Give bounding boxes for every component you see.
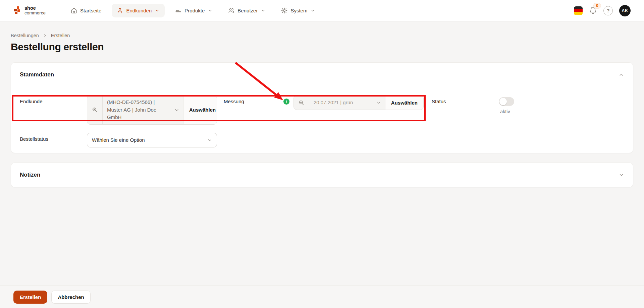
form-row-main: Endkunde (MHO-DE-0754566) | Muster AG | …	[20, 95, 624, 125]
messung-auswaehlen-button[interactable]: Auswählen	[385, 96, 423, 110]
bestellstatus-label: Bestellstatus	[20, 133, 87, 142]
page-content: Bestellungen Erstellen Bestellung erstel…	[0, 21, 644, 286]
chevron-down-icon[interactable]	[619, 172, 624, 178]
messung-label: Messung	[224, 95, 283, 104]
main-menu: Startseite Endkunden Produkte Benutzer	[66, 4, 320, 17]
nav-item-produkte[interactable]: Produkte	[170, 4, 218, 17]
chevron-down-icon	[376, 100, 381, 105]
chevron-down-icon	[261, 8, 266, 13]
notizen-title: Notizen	[20, 172, 40, 178]
nav-item-benutzer[interactable]: Benutzer	[223, 4, 271, 17]
nav-item-label: Produkte	[184, 8, 205, 13]
nav-item-label: Startseite	[80, 8, 101, 13]
notification-count-badge: 0	[593, 3, 601, 9]
endkunde-field: Endkunde (MHO-DE-0754566) | Muster AG | …	[20, 95, 217, 125]
chevron-down-icon	[208, 8, 213, 13]
nav-item-endkunden[interactable]: Endkunden	[112, 4, 165, 17]
home-icon	[71, 7, 77, 14]
gear-icon	[281, 7, 287, 14]
endkunde-auswaehlen-button[interactable]: Auswählen	[183, 96, 217, 124]
stammdaten-card-header[interactable]: Stammdaten	[11, 63, 633, 87]
messung-selected-value: 20.07.2021 | grün	[314, 99, 353, 107]
avatar[interactable]: AK	[619, 5, 631, 16]
messung-select-group[interactable]: 20.07.2021 | grün Auswählen	[293, 95, 424, 110]
zoom-in-icon	[87, 96, 103, 124]
language-flag-german[interactable]	[574, 6, 583, 15]
bestellstatus-select[interactable]: Wählen Sie eine Option	[87, 133, 217, 147]
brand-logo-icon	[13, 6, 21, 15]
breadcrumb-erstellen[interactable]: Erstellen	[51, 33, 70, 38]
chevron-up-icon[interactable]	[619, 72, 624, 78]
chevron-down-icon	[207, 137, 212, 143]
users-icon	[228, 7, 234, 14]
page-title: Bestellung erstellen	[11, 41, 633, 53]
notifications-button[interactable]: 0	[589, 5, 597, 16]
erstellen-button[interactable]: Erstellen	[13, 291, 47, 304]
status-toggle[interactable]	[499, 97, 514, 106]
nav-item-system[interactable]: System	[276, 4, 320, 17]
endkunde-selected-value: (MHO-DE-0754566) | Muster AG | John Doe …	[107, 99, 171, 121]
stammdaten-title: Stammdaten	[20, 71, 54, 78]
avatar-initials: AK	[622, 8, 628, 13]
chevron-right-icon	[43, 33, 47, 38]
brand-name-bottom: commerce	[24, 11, 46, 15]
brand-name-top: shoe	[24, 6, 46, 11]
notizen-card-header[interactable]: Notizen	[11, 163, 633, 187]
messung-field: Messung i 20.07.2021 | grün Ausw	[224, 95, 424, 110]
top-navigation: shoe commerce Startseite Endkunden Produ…	[0, 0, 644, 21]
nav-right-cluster: 0 ? AK	[574, 5, 631, 16]
bestellstatus-field: Bestellstatus Wählen Sie eine Option	[20, 133, 217, 147]
bestellstatus-placeholder: Wählen Sie eine Option	[92, 137, 145, 143]
chevron-down-icon	[310, 8, 315, 13]
endkunde-select[interactable]: (MHO-DE-0754566) | Muster AG | John Doe …	[103, 96, 183, 124]
nav-item-startseite[interactable]: Startseite	[66, 4, 106, 17]
nav-item-label: Benutzer	[237, 8, 258, 13]
breadcrumb-bestellungen[interactable]: Bestellungen	[11, 33, 39, 38]
stammdaten-card: Stammdaten Endkunde (MHO-DE-0754566) | M…	[11, 62, 633, 153]
nav-item-label: Endkunden	[126, 8, 152, 13]
status-state-label: aktiv	[500, 109, 514, 114]
toggle-knob	[499, 98, 507, 105]
help-button[interactable]: ?	[603, 6, 613, 15]
endkunde-select-group[interactable]: (MHO-DE-0754566) | Muster AG | John Doe …	[87, 95, 217, 125]
chevron-down-icon	[155, 8, 160, 13]
chevron-down-icon	[174, 107, 179, 113]
user-icon	[117, 7, 123, 14]
zoom-in-icon	[294, 96, 309, 110]
brand-logo[interactable]: shoe commerce	[13, 6, 46, 15]
status-label: Status	[432, 95, 499, 104]
breadcrumb: Bestellungen Erstellen	[11, 33, 633, 38]
shoe-icon	[175, 7, 181, 14]
stammdaten-card-body: Endkunde (MHO-DE-0754566) | Muster AG | …	[11, 87, 633, 153]
action-footer: Erstellen Abbrechen	[0, 286, 644, 308]
form-row-bestellstatus: Bestellstatus Wählen Sie eine Option	[20, 133, 624, 147]
endkunde-label: Endkunde	[20, 95, 87, 104]
abbrechen-button[interactable]: Abbrechen	[51, 291, 90, 304]
messung-select[interactable]: 20.07.2021 | grün	[309, 96, 385, 110]
notizen-card: Notizen	[11, 163, 633, 187]
help-glyph: ?	[606, 8, 609, 13]
info-icon[interactable]: i	[283, 99, 289, 105]
nav-item-label: System	[290, 8, 307, 13]
status-field: Status aktiv	[432, 95, 514, 114]
